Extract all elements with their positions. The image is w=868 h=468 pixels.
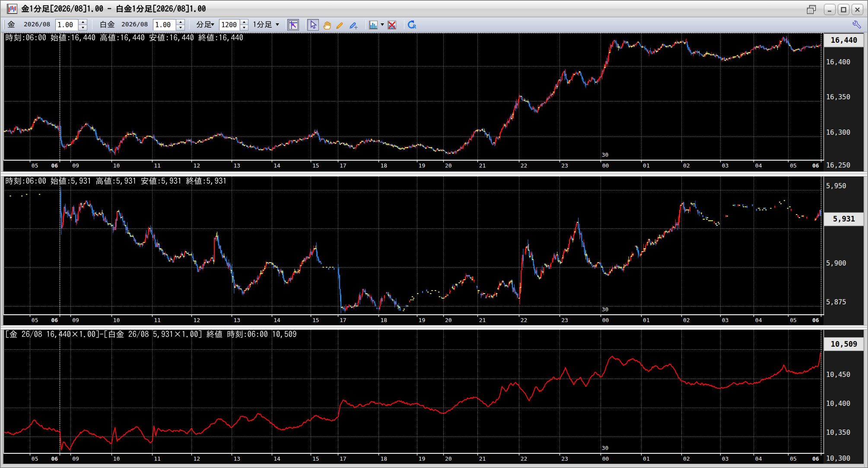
pencil-button[interactable] xyxy=(334,19,345,31)
maximize-button[interactable] xyxy=(838,4,849,15)
gold-month: 2026/08 xyxy=(24,21,50,28)
time-label-05: 05 xyxy=(32,455,38,462)
time-label-02: 02 xyxy=(683,162,690,169)
time-label-02: 02 xyxy=(683,317,690,323)
time-label-05: 05 xyxy=(790,162,797,169)
marker-move-button[interactable] xyxy=(347,19,359,31)
price-label-10400: 10,400 xyxy=(826,400,850,408)
time-label-13: 13 xyxy=(233,455,240,462)
bar-count-input[interactable]: 1200 xyxy=(219,19,240,31)
toolbar-separator xyxy=(404,20,404,29)
price-label-5900: 5,900 xyxy=(826,259,846,267)
window-title xyxy=(21,4,207,15)
time-label-17: 17 xyxy=(340,162,347,169)
date-label-gold: 30 xyxy=(602,152,609,158)
platinum-month: 2026/08 xyxy=(121,21,148,28)
time-label-01: 01 xyxy=(643,162,650,169)
period-dropdown-label[interactable] xyxy=(196,20,212,30)
time-label-18: 18 xyxy=(380,455,387,462)
reload-icon: R xyxy=(406,19,417,31)
time-label-01: 01 xyxy=(643,317,650,323)
gold-label xyxy=(7,20,16,30)
bar-count-up-button[interactable] xyxy=(240,19,248,25)
time-label-12: 12 xyxy=(193,317,200,323)
select-cursor-button[interactable] xyxy=(307,19,319,31)
titlebar[interactable] xyxy=(0,0,868,17)
time-label-06: 06 xyxy=(812,162,819,169)
spin-up-icon xyxy=(243,21,245,23)
time-label-20: 20 xyxy=(445,162,452,169)
time-label-05: 05 xyxy=(32,317,38,323)
bar-count-down-button[interactable] xyxy=(240,25,248,31)
chart-grid-cursor-button[interactable] xyxy=(287,19,299,31)
time-label-14: 14 xyxy=(273,317,280,323)
price-label-10350: 10,350 xyxy=(826,429,850,436)
chart-off-button[interactable] xyxy=(386,19,397,31)
close-button[interactable] xyxy=(852,4,863,15)
chart-type-dropdown-arrow-icon[interactable] xyxy=(381,23,384,26)
platinum-multiplier-spinner xyxy=(176,19,185,31)
svg-text:R: R xyxy=(413,23,416,29)
time-label-21: 21 xyxy=(479,455,486,462)
platinum-label xyxy=(99,20,115,30)
timeframe-dropdown-label[interactable] xyxy=(252,20,273,30)
price-label-corner-spread: 10,300 xyxy=(826,455,850,462)
pan-hand-button[interactable] xyxy=(321,19,332,31)
panel-gold: 0506091011121314151718192021222300010203… xyxy=(3,33,864,171)
time-label-18: 18 xyxy=(380,162,387,169)
time-label-17: 17 xyxy=(340,455,347,462)
time-label-19: 19 xyxy=(419,455,426,462)
time-label-06: 06 xyxy=(812,317,819,323)
pencil-icon xyxy=(334,20,345,30)
time-label-09: 09 xyxy=(72,162,79,169)
spin-down-icon xyxy=(243,27,245,28)
plot-area-platinum[interactable] xyxy=(3,177,823,314)
cascade-windows-icon[interactable] xyxy=(806,4,817,15)
price-label-16300: 16,300 xyxy=(826,129,850,136)
chart-type-button[interactable] xyxy=(367,19,379,31)
settings-wrench-icon[interactable] xyxy=(851,19,862,31)
toolbar-separator xyxy=(189,20,190,29)
time-label-00: 00 xyxy=(602,317,609,323)
time-label-04: 04 xyxy=(755,455,762,462)
gold-multiplier-up-button[interactable] xyxy=(78,19,87,25)
reload-button[interactable]: R xyxy=(406,19,417,31)
toolbar-separator xyxy=(92,20,92,29)
platinum-multiplier-down-button[interactable] xyxy=(176,25,185,31)
time-label-00: 00 xyxy=(602,455,609,462)
time-label-15: 15 xyxy=(312,162,319,169)
plot-area-gold[interactable] xyxy=(3,33,823,160)
time-label-12: 12 xyxy=(193,455,200,462)
timeframe-dropdown-arrow-icon[interactable] xyxy=(276,23,279,26)
period-dropdown-arrow-icon[interactable] xyxy=(211,23,214,26)
time-label-20: 20 xyxy=(445,317,452,323)
app-icon xyxy=(6,3,18,15)
gold-multiplier-input[interactable]: 1.00 xyxy=(55,19,78,31)
time-label-02: 02 xyxy=(683,455,690,462)
marker-move-icon xyxy=(348,20,359,30)
time-label-05: 05 xyxy=(790,455,797,462)
time-label-11: 11 xyxy=(154,317,161,323)
time-label-01: 01 xyxy=(643,455,650,462)
time-label-00: 00 xyxy=(602,162,609,169)
plot-area-spread[interactable] xyxy=(3,330,823,453)
time-label-18: 18 xyxy=(380,317,387,323)
time-label-20: 20 xyxy=(445,455,452,462)
time-label-10: 10 xyxy=(113,162,120,169)
toolbar-separator xyxy=(305,20,306,29)
time-label-23: 23 xyxy=(561,162,568,169)
gold-multiplier-down-button[interactable] xyxy=(78,25,87,31)
toolbar-grip[interactable] xyxy=(3,20,5,29)
toolbar: 2026/08 1.00 2026/08 1.00 1200 xyxy=(0,17,868,32)
chart-area: 0506091011121314151718192021222300010203… xyxy=(0,32,868,468)
time-label-15: 15 xyxy=(312,455,319,462)
platinum-multiplier-input[interactable]: 1.00 xyxy=(153,19,176,31)
time-label-22: 22 xyxy=(521,455,528,462)
spin-up-icon xyxy=(179,21,182,23)
price-label-16350: 16,350 xyxy=(826,93,850,101)
platinum-multiplier-up-button[interactable] xyxy=(176,19,185,25)
minimize-button[interactable] xyxy=(824,4,836,15)
time-label-06: 06 xyxy=(812,455,819,462)
time-label-06: 06 xyxy=(51,455,58,462)
time-label-10: 10 xyxy=(113,455,120,462)
